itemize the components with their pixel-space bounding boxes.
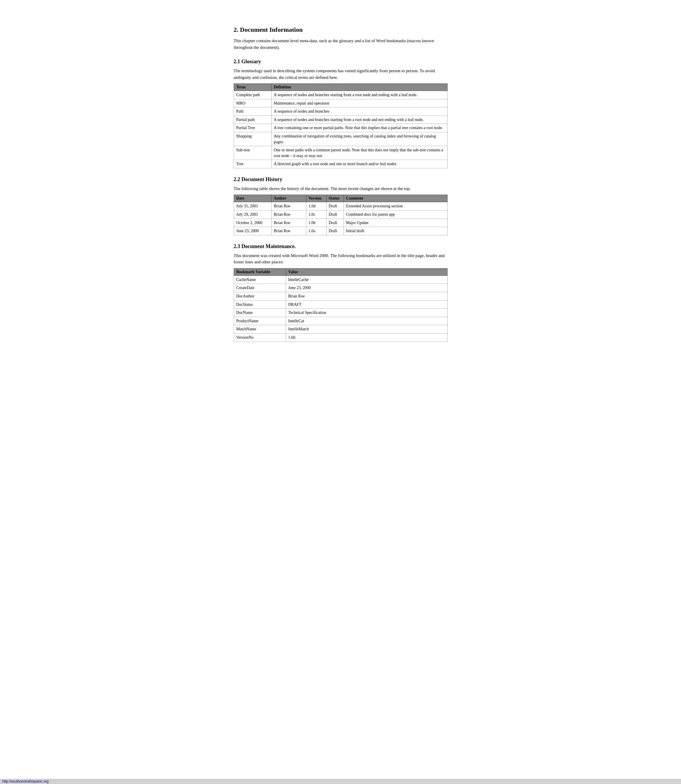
glossary-term-cell: Sub-tree <box>234 146 271 160</box>
history-col-date: Date <box>234 195 271 202</box>
glossary-definition-cell: A sequence of nodes and branches startin… <box>271 115 447 124</box>
glossary-term-cell: MRO <box>234 99 271 107</box>
glossary-row: TreeA directed graph with a root node an… <box>234 160 447 168</box>
bookmark-variable-cell: VersionNo <box>234 333 286 341</box>
bookmark-variable-cell: DocName <box>234 309 286 317</box>
glossary-term-cell: Tree <box>234 160 271 168</box>
history-cell: Draft <box>326 210 344 219</box>
glossary-row: Partial pathA sequence of nodes and bran… <box>234 115 447 124</box>
bookmark-col-value: Value <box>286 268 447 275</box>
glossary-row: Complete pathA sequence of nodes and bra… <box>234 91 447 100</box>
bookmark-variable-cell: CacheName <box>234 275 286 284</box>
history-cell: 1.0c <box>306 210 326 219</box>
history-cell: June 23, 2000 <box>234 227 271 236</box>
glossary-row: Partial TreeA tree containing one or mor… <box>234 124 447 132</box>
history-row: July 29, 2001Brian Roe1.0cDraftCombined … <box>234 210 447 219</box>
glossary-row: PathA sequence of nodes and branches <box>234 107 447 116</box>
history-cell: Combined docs for patent app <box>344 210 447 219</box>
glossary-term-cell: Complete path <box>234 91 271 100</box>
bookmark-variable-cell: ProductName <box>234 317 286 325</box>
history-cell: Extended Assist processing section <box>344 202 447 210</box>
bookmark-row: ProductNameIntelleCat <box>234 317 447 325</box>
bookmark-row: DocStatusDRAFT <box>234 300 447 309</box>
bookmark-value-cell: June 23, 2000 <box>286 284 447 292</box>
history-table: Date Author Version Status Comment July … <box>234 194 448 235</box>
bookmark-row: CacheNameIntelleCache <box>234 275 447 284</box>
glossary-row: MROMaintenance, repair and operation <box>234 99 447 107</box>
bookmark-row: MatchNameIntelleMatch <box>234 325 447 334</box>
history-cell: Brian Roe <box>271 202 306 210</box>
history-cell: Major Update <box>344 218 447 227</box>
history-cell: Brian Roe <box>271 218 306 227</box>
bookmark-value-cell: 1.0d <box>286 333 447 341</box>
section2-intro: This chapter contains document-level met… <box>234 38 448 51</box>
history-cell: Draft <box>326 227 344 236</box>
history-col-version: Version <box>306 195 326 202</box>
section23-intro: This document was created with Microsoft… <box>234 252 448 266</box>
history-cell: July 29, 2001 <box>234 210 271 219</box>
history-col-comment: Comment <box>344 195 447 202</box>
section22-intro: The following table shows the history of… <box>234 185 448 192</box>
bookmark-value-cell: Technical Specification <box>286 309 447 317</box>
section23-heading: 2.3 Document Maintenance. <box>234 243 448 250</box>
history-cell: 1.0d <box>306 202 326 210</box>
glossary-definition-cell: Any combination of navigation of existin… <box>271 132 447 146</box>
history-cell: October 2, 2000 <box>234 218 271 227</box>
glossary-row: Sub-treeOne or more paths with a common … <box>234 146 447 160</box>
bookmark-value-cell: IntelleMatch <box>286 325 447 334</box>
bookmark-value-cell: Brian Roe <box>286 292 447 300</box>
history-cell: Brian Roe <box>271 210 306 219</box>
bookmark-row: CreateDateJune 23, 2000 <box>234 284 447 292</box>
history-cell: Draft <box>326 202 344 210</box>
section2-heading: 2. Document Information <box>234 26 448 33</box>
glossary-term-cell: Partial path <box>234 115 271 124</box>
bookmark-variable-cell: DocStatus <box>234 300 286 309</box>
bookmark-row: VersionNo1.0d <box>234 333 447 341</box>
history-row: June 23, 2000Brian Roe1.0aDraftInitial d… <box>234 227 447 236</box>
bookmark-value-cell: DRAFT <box>286 300 447 309</box>
bookmark-value-cell: IntelleCache <box>286 275 447 284</box>
glossary-term-cell: Path <box>234 107 271 116</box>
section21-heading: 2.1 Glossary <box>234 58 448 65</box>
bookmark-row: DocAuthorBrian Roe <box>234 292 447 300</box>
glossary-col-term: Term <box>234 84 271 91</box>
history-row: July 31, 2001Brian Roe1.0dDraftExtended … <box>234 202 447 210</box>
glossary-term-cell: Shopping <box>234 132 271 146</box>
history-cell: Draft <box>326 218 344 227</box>
bookmark-variable-cell: DocAuthor <box>234 292 286 300</box>
glossary-definition-cell: A directed graph with a root node and on… <box>271 160 447 168</box>
glossary-definition-cell: A sequence of nodes and branches startin… <box>271 91 447 100</box>
history-cell: July 31, 2001 <box>234 202 271 210</box>
section21-intro: The terminology used in describing the s… <box>234 68 448 81</box>
bookmark-value-cell: IntelleCat <box>286 317 447 325</box>
section22-heading: 2.2 Document History <box>234 176 448 182</box>
history-row: October 2, 2000Brian Roe1.0bDraftMajor U… <box>234 218 447 227</box>
glossary-row: ShoppingAny combination of navigation of… <box>234 132 447 146</box>
glossary-definition-cell: One or more paths with a common parent n… <box>271 146 447 160</box>
glossary-definition-cell: A tree containing one or more partial pa… <box>271 124 447 132</box>
history-col-author: Author <box>271 195 306 202</box>
bookmark-variable-cell: MatchName <box>234 325 286 334</box>
history-col-status: Status <box>326 195 344 202</box>
bookmark-col-variable: Bookmark Variable <box>234 268 286 275</box>
bookmark-variable-cell: CreateDate <box>234 284 286 292</box>
glossary-term-cell: Partial Tree <box>234 124 271 132</box>
bookmark-table: Bookmark Variable Value CacheNameIntelle… <box>234 268 448 342</box>
history-cell: 1.0b <box>306 218 326 227</box>
history-cell: Initial draft <box>344 227 447 236</box>
history-cell: Brian Roe <box>271 227 306 236</box>
glossary-col-definition: Definition <box>271 84 447 91</box>
history-cell: 1.0a <box>306 227 326 236</box>
glossary-definition-cell: A sequence of nodes and branches <box>271 107 447 116</box>
bookmark-row: DocNameTechnical Specification <box>234 309 447 317</box>
glossary-definition-cell: Maintenance, repair and operation <box>271 99 447 107</box>
glossary-table: Term Definition Complete pathA sequence … <box>234 84 448 168</box>
